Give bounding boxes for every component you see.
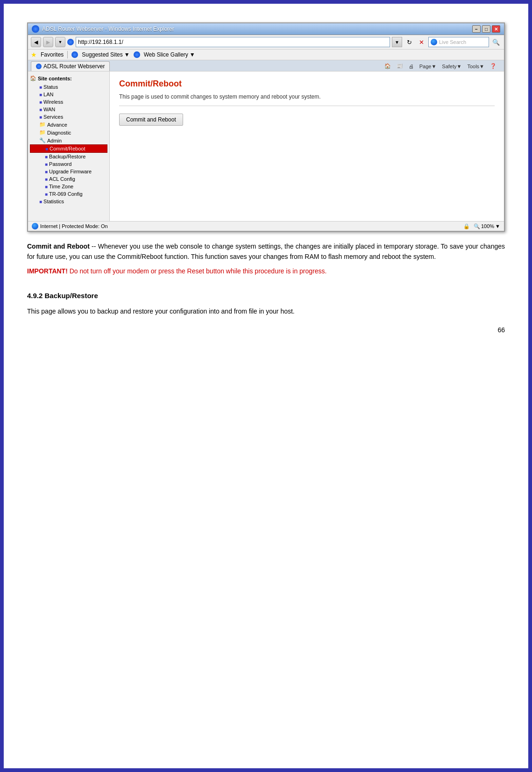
browser-status-bar: Internet | Protected Mode: On 🔒 🔍 100% ▼ xyxy=(28,221,504,231)
sidebar-item-password[interactable]: ■ Password xyxy=(30,160,107,168)
sidebar-item-label-tr069-config: TR-069 Config xyxy=(49,191,83,197)
sidebar-item-status[interactable]: ■ Status xyxy=(30,83,107,91)
wireless-page-icon: ■ xyxy=(39,100,42,105)
address-input[interactable] xyxy=(76,37,390,47)
router-main-content: Commit/Reboot This page is used to commi… xyxy=(110,71,504,221)
zoom-indicator[interactable]: 🔍 100% ▼ xyxy=(474,223,500,229)
fav-separator xyxy=(67,51,68,58)
status-left: Internet | Protected Mode: On xyxy=(32,223,108,229)
acl-config-page-icon: ■ xyxy=(45,177,48,182)
sidebar-item-wireless[interactable]: ■ Wireless xyxy=(30,98,107,106)
search-button[interactable]: 🔍 xyxy=(491,37,501,47)
sidebar-item-label-advance: Advance xyxy=(47,122,67,128)
web-slice-dropdown-icon: ▼ xyxy=(190,51,195,58)
search-globe-icon xyxy=(431,39,437,45)
page-heading: Commit/Reboot xyxy=(119,79,495,89)
status-globe-icon xyxy=(32,223,38,229)
address-dropdown[interactable]: ▼ xyxy=(392,37,402,47)
sidebar-item-wan[interactable]: ■ WAN xyxy=(30,106,107,113)
suggested-sites-button[interactable]: Suggested Sites ▼ xyxy=(82,51,129,58)
doc-important-bold: IMPORTANT! xyxy=(27,267,68,275)
stop-button[interactable]: ✕ xyxy=(416,37,426,47)
browser-titlebar: ADSL Router Webserver - Windows Internet… xyxy=(28,23,504,35)
recent-pages-button[interactable]: ▼ xyxy=(55,37,65,47)
commit-and-reboot-button[interactable]: Commit and Reboot xyxy=(119,114,183,126)
browser-title: ADSL Router Webserver - Windows Internet… xyxy=(42,26,174,32)
sidebar-item-statistics[interactable]: ■ Statistics xyxy=(30,198,107,205)
active-tab[interactable]: ADSL Router Webserver xyxy=(31,61,110,71)
sidebar-item-diagnostic[interactable]: 📁 Diagnostic xyxy=(30,129,107,136)
sidebar-item-upgrade-firmware[interactable]: ■ Upgrade Firmware xyxy=(30,168,107,175)
refresh-button[interactable]: ↻ xyxy=(404,37,414,47)
status-text: Internet | Protected Mode: On xyxy=(40,223,108,229)
doc-para1-text: -- Whenever you use the web console to c… xyxy=(27,243,505,260)
statistics-page-icon: ■ xyxy=(39,199,42,204)
sidebar-item-lan[interactable]: ■ LAN xyxy=(30,91,107,98)
tab-label: ADSL Router Webserver xyxy=(43,63,105,70)
sidebar-item-label-wan: WAN xyxy=(43,107,55,112)
sidebar-item-label-upgrade-firmware: Upgrade Firmware xyxy=(49,169,92,174)
sidebar-item-acl-config[interactable]: ■ ACL Config xyxy=(30,175,107,183)
live-search-bar: Live Search xyxy=(428,37,489,47)
home-button[interactable]: 🏠 xyxy=(383,63,393,69)
doc-bold-label: Commit and Reboot xyxy=(27,243,90,250)
suggested-sites-icon xyxy=(71,51,78,58)
back-button[interactable]: ◀ xyxy=(31,37,41,47)
password-page-icon: ■ xyxy=(45,162,48,167)
sidebar-item-backup-restore[interactable]: ■ Backup/Restore xyxy=(30,153,107,160)
page-menu-label: Page xyxy=(419,64,432,69)
minimize-button[interactable]: − xyxy=(472,25,481,33)
tr069-page-icon: ■ xyxy=(45,192,48,197)
lan-page-icon: ■ xyxy=(39,92,42,97)
page-description: This page is used to commit changes to s… xyxy=(119,93,495,106)
services-page-icon: ■ xyxy=(39,114,42,120)
safety-menu-label: Safety xyxy=(442,64,456,69)
help-button[interactable]: ❓ xyxy=(488,63,498,69)
sidebar-item-tr069-config[interactable]: ■ TR-069 Config xyxy=(30,190,107,198)
tab-icon xyxy=(36,64,42,69)
security-icon: 🔒 xyxy=(463,223,470,229)
window-controls: − □ ✕ xyxy=(472,25,500,33)
tab-bar: ADSL Router Webserver 🏠 📰 🖨 Page▼ Safety… xyxy=(28,60,504,71)
wan-page-icon: ■ xyxy=(39,107,42,112)
sidebar-item-label-status: Status xyxy=(43,84,58,90)
live-search-label: Live Search xyxy=(439,39,466,45)
sidebar-item-label-wireless: Wireless xyxy=(43,99,63,105)
zoom-icon: 🔍 xyxy=(474,223,480,229)
print-button[interactable]: 🖨 xyxy=(407,64,416,69)
forward-button[interactable]: ▶ xyxy=(43,37,53,47)
doc-important-text: Do not turn off your modem or press the … xyxy=(68,267,327,275)
status-page-icon: ■ xyxy=(39,85,42,90)
sidebar-item-label-acl-config: ACL Config xyxy=(49,176,75,182)
upgrade-firmware-page-icon: ■ xyxy=(45,169,48,174)
tools-menu-button[interactable]: Tools▼ xyxy=(465,64,486,69)
sidebar-item-label-lan: LAN xyxy=(43,92,53,97)
sidebar-item-label-time-zone: Time Zone xyxy=(49,184,73,189)
safety-menu-button[interactable]: Safety▼ xyxy=(440,64,463,69)
close-button[interactable]: ✕ xyxy=(492,25,500,33)
sidebar-item-admin[interactable]: 🔧 Admin xyxy=(30,136,107,144)
web-slice-gallery-button[interactable]: Web Slice Gallery ▼ xyxy=(144,51,195,58)
sidebar-item-services[interactable]: ■ Services xyxy=(30,113,107,121)
page-number: 66 xyxy=(27,326,505,334)
sidebar-item-commit-reboot[interactable]: ■ Commit/Reboot xyxy=(30,144,107,153)
sidebar-item-advance[interactable]: 📁 Advance xyxy=(30,121,107,129)
maximize-button[interactable]: □ xyxy=(482,25,490,33)
sidebar-item-label-commit-reboot: Commit/Reboot xyxy=(50,146,85,151)
rss-button[interactable]: 📰 xyxy=(395,63,405,69)
sidebar-item-label-diagnostic: Diagnostic xyxy=(47,130,71,136)
favorites-star-icon: ★ xyxy=(31,51,37,58)
suggested-sites-label: Suggested Sites xyxy=(82,51,122,58)
status-right: 🔒 🔍 100% ▼ xyxy=(463,223,500,229)
page-menu-button[interactable]: Page▼ xyxy=(418,64,439,69)
sidebar-item-time-zone[interactable]: ■ Time Zone xyxy=(30,183,107,190)
address-ie-icon xyxy=(67,39,74,45)
advance-folder-icon: 📁 xyxy=(39,122,46,128)
sidebar-home-icon: 🏠 xyxy=(30,75,36,81)
suggested-sites-dropdown-icon: ▼ xyxy=(124,51,130,58)
document-text: Commit and Reboot -- Whenever you use th… xyxy=(27,241,505,317)
tab-tools: 🏠 📰 🖨 Page▼ Safety▼ Tools▼ ❓ xyxy=(380,62,501,70)
zoom-label: 100% xyxy=(481,223,494,229)
admin-icon: 🔧 xyxy=(39,137,46,143)
favorites-button[interactable]: Favorites xyxy=(41,51,64,58)
